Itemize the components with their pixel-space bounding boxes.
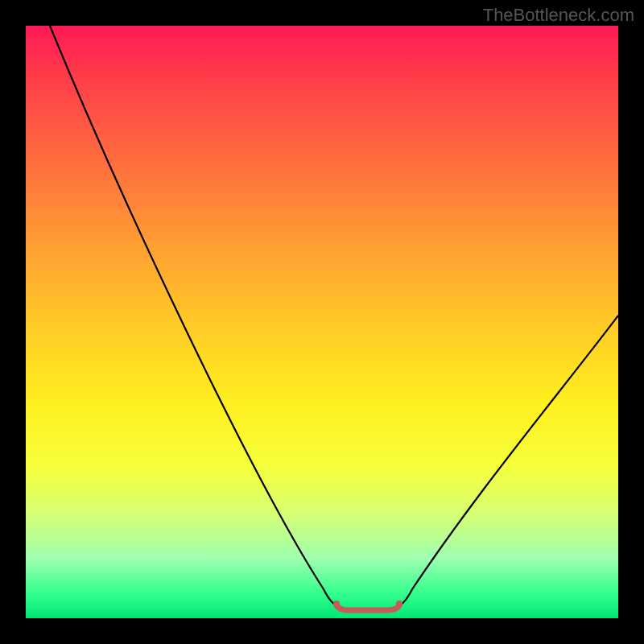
curve-right-path [396, 316, 618, 607]
curve-left-path [50, 26, 340, 607]
watermark-text: TheBottleneck.com [483, 5, 634, 26]
chart-frame [26, 26, 618, 618]
marker-dot-left [333, 601, 340, 607]
marker-dot-right [396, 601, 402, 607]
flat-marker-path [336, 605, 399, 610]
chart-svg [26, 26, 618, 618]
